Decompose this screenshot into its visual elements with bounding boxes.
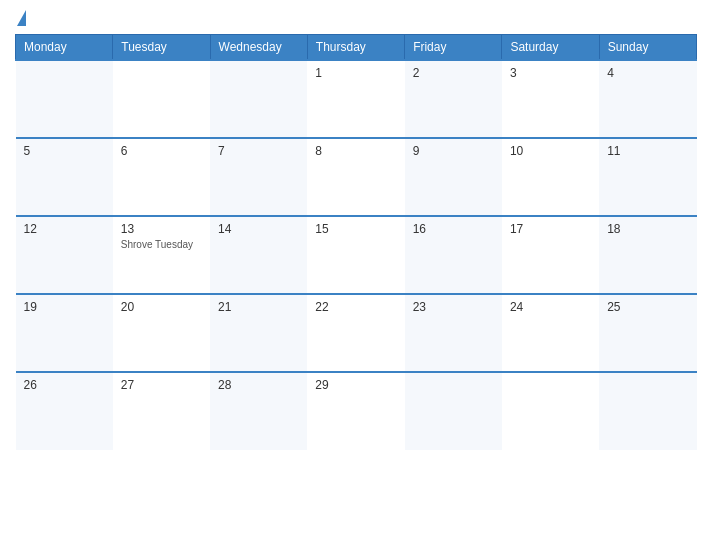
calendar-cell: 20 (113, 294, 210, 372)
calendar-cell: 12 (16, 216, 113, 294)
day-number: 6 (121, 144, 202, 158)
weekday-header: Thursday (307, 35, 404, 61)
day-number: 14 (218, 222, 299, 236)
calendar-week-row: 1234 (16, 60, 697, 138)
day-number: 11 (607, 144, 688, 158)
calendar-header: MondayTuesdayWednesdayThursdayFridaySatu… (16, 35, 697, 61)
calendar-cell: 28 (210, 372, 307, 450)
day-number: 25 (607, 300, 688, 314)
calendar-cell: 25 (599, 294, 696, 372)
logo-triangle-icon (17, 10, 26, 26)
calendar-cell: 17 (502, 216, 599, 294)
day-number: 22 (315, 300, 396, 314)
day-number: 10 (510, 144, 591, 158)
logo (15, 10, 26, 26)
calendar-cell: 24 (502, 294, 599, 372)
calendar-cell: 4 (599, 60, 696, 138)
day-number: 4 (607, 66, 688, 80)
calendar-cell: 15 (307, 216, 404, 294)
weekday-header: Monday (16, 35, 113, 61)
calendar-cell: 1 (307, 60, 404, 138)
weekday-header: Tuesday (113, 35, 210, 61)
calendar-cell: 5 (16, 138, 113, 216)
day-number: 16 (413, 222, 494, 236)
calendar-week-row: 26272829 (16, 372, 697, 450)
weekday-header: Saturday (502, 35, 599, 61)
calendar-cell: 19 (16, 294, 113, 372)
calendar-table: MondayTuesdayWednesdayThursdayFridaySatu… (15, 34, 697, 450)
calendar-cell (599, 372, 696, 450)
day-number: 26 (24, 378, 105, 392)
weekday-header-row: MondayTuesdayWednesdayThursdayFridaySatu… (16, 35, 697, 61)
day-number: 20 (121, 300, 202, 314)
day-number: 1 (315, 66, 396, 80)
day-number: 27 (121, 378, 202, 392)
calendar-cell (113, 60, 210, 138)
calendar-cell: 6 (113, 138, 210, 216)
calendar-body: 12345678910111213Shrove Tuesday141516171… (16, 60, 697, 450)
calendar-cell: 21 (210, 294, 307, 372)
day-number: 5 (24, 144, 105, 158)
weekday-header: Sunday (599, 35, 696, 61)
calendar-cell (502, 372, 599, 450)
day-number: 2 (413, 66, 494, 80)
day-number: 24 (510, 300, 591, 314)
day-number: 9 (413, 144, 494, 158)
day-number: 13 (121, 222, 202, 236)
calendar-week-row: 1213Shrove Tuesday1415161718 (16, 216, 697, 294)
day-number: 15 (315, 222, 396, 236)
day-number: 21 (218, 300, 299, 314)
calendar-cell: 10 (502, 138, 599, 216)
calendar-week-row: 567891011 (16, 138, 697, 216)
calendar-cell: 2 (405, 60, 502, 138)
calendar-cell: 18 (599, 216, 696, 294)
day-number: 3 (510, 66, 591, 80)
calendar-cell: 7 (210, 138, 307, 216)
day-number: 28 (218, 378, 299, 392)
day-number: 12 (24, 222, 105, 236)
day-number: 29 (315, 378, 396, 392)
day-number: 18 (607, 222, 688, 236)
weekday-header: Wednesday (210, 35, 307, 61)
calendar-cell: 27 (113, 372, 210, 450)
calendar-cell: 8 (307, 138, 404, 216)
calendar-cell: 13Shrove Tuesday (113, 216, 210, 294)
calendar-cell: 14 (210, 216, 307, 294)
day-number: 23 (413, 300, 494, 314)
day-number: 19 (24, 300, 105, 314)
weekday-header: Friday (405, 35, 502, 61)
calendar-cell (16, 60, 113, 138)
calendar-week-row: 19202122232425 (16, 294, 697, 372)
holiday-label: Shrove Tuesday (121, 239, 202, 250)
calendar-cell: 16 (405, 216, 502, 294)
day-number: 8 (315, 144, 396, 158)
day-number: 7 (218, 144, 299, 158)
calendar-cell (405, 372, 502, 450)
calendar-page: MondayTuesdayWednesdayThursdayFridaySatu… (0, 0, 712, 550)
header (15, 10, 697, 26)
calendar-cell: 22 (307, 294, 404, 372)
calendar-cell: 23 (405, 294, 502, 372)
day-number: 17 (510, 222, 591, 236)
calendar-cell: 3 (502, 60, 599, 138)
calendar-cell (210, 60, 307, 138)
calendar-cell: 11 (599, 138, 696, 216)
calendar-cell: 26 (16, 372, 113, 450)
calendar-cell: 9 (405, 138, 502, 216)
calendar-cell: 29 (307, 372, 404, 450)
